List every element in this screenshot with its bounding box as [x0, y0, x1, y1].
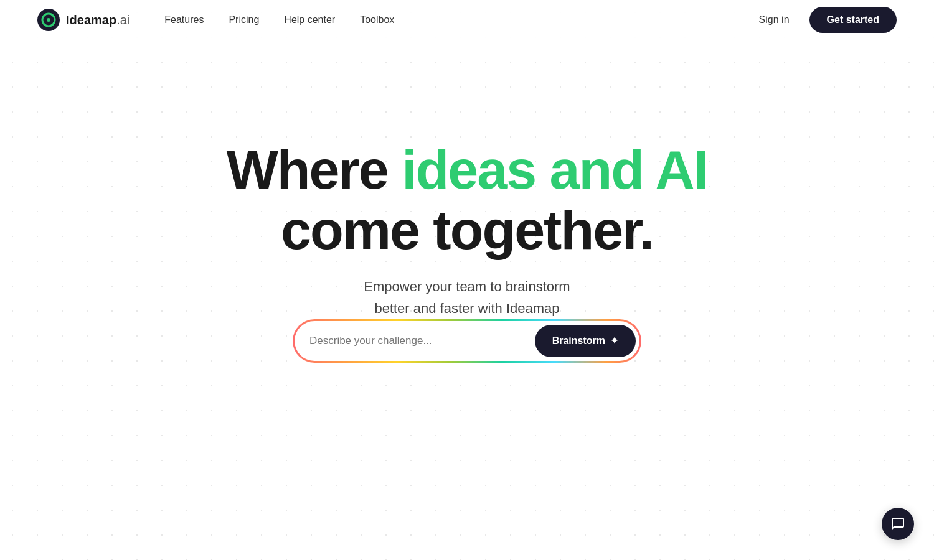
- hero-subtitle-line1: Empower your team to brainstorm: [364, 279, 570, 294]
- navbar-right: Sign in Get started: [749, 7, 897, 33]
- chat-icon: [890, 516, 905, 531]
- hero-title-highlight: ideas and AI: [402, 139, 707, 200]
- navbar: Ideamap.ai Features Pricing Help center …: [0, 0, 934, 40]
- logo[interactable]: Ideamap.ai: [37, 9, 130, 31]
- nav-link-pricing[interactable]: Pricing: [219, 9, 269, 30]
- logo-icon: [37, 9, 60, 31]
- nav-links: Features Pricing Help center Toolbox: [154, 9, 404, 30]
- brand-name: Ideamap: [66, 13, 116, 27]
- search-inner: Brainstorm ✦: [295, 321, 639, 361]
- nav-link-help-center[interactable]: Help center: [274, 9, 345, 30]
- nav-link-toolbox[interactable]: Toolbox: [350, 9, 404, 30]
- sign-in-button[interactable]: Sign in: [749, 9, 800, 30]
- hero-title-suffix: come together.: [281, 199, 653, 261]
- logo-text: Ideamap.ai: [66, 13, 130, 27]
- hero-subtitle-line2: better and faster with Ideamap: [374, 301, 559, 316]
- get-started-button[interactable]: Get started: [809, 7, 897, 33]
- challenge-input[interactable]: [295, 335, 531, 347]
- hero-title: Where ideas and AI come together.: [227, 140, 708, 261]
- brainstorm-label: Brainstorm: [552, 335, 605, 347]
- brainstorm-button[interactable]: Brainstorm ✦: [535, 325, 636, 357]
- nav-link-features[interactable]: Features: [154, 9, 214, 30]
- chat-bubble-button[interactable]: [882, 508, 914, 540]
- svg-point-2: [47, 18, 50, 22]
- hero-title-prefix: Where: [227, 139, 402, 200]
- hero-subtitle: Empower your team to brainstorm better a…: [364, 276, 570, 319]
- brand-suffix: .ai: [116, 13, 130, 27]
- brainstorm-icon: ✦: [610, 335, 618, 347]
- search-wrapper: Brainstorm ✦: [293, 319, 641, 363]
- hero-section: Where ideas and AI come together. Empowe…: [0, 40, 934, 363]
- navbar-left: Ideamap.ai Features Pricing Help center …: [37, 9, 404, 31]
